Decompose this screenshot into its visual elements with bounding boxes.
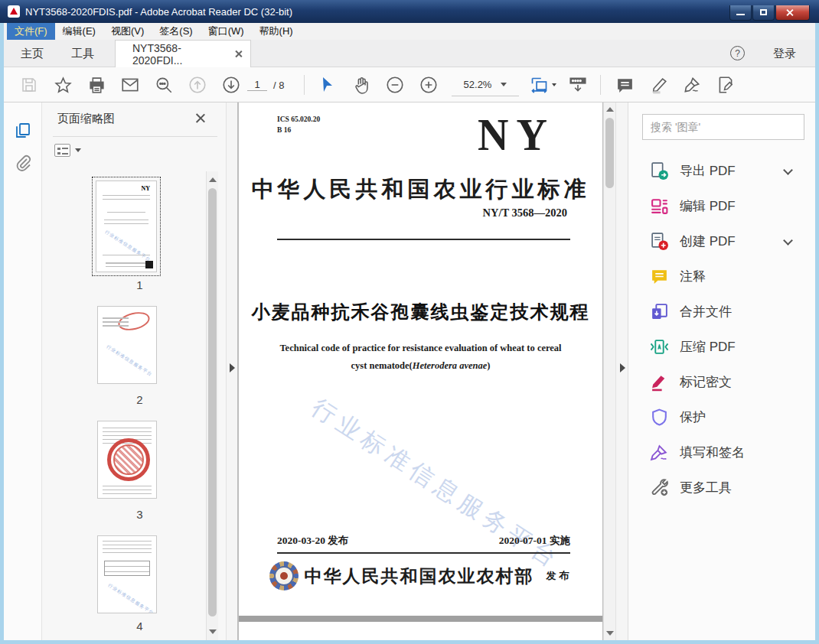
star-icon[interactable]	[49, 72, 77, 98]
title-bar: NYT3568-2020FDIS.pdf - Adobe Acrobat Rea…	[0, 0, 819, 23]
toolbar-separator	[304, 75, 305, 95]
page-gap	[239, 616, 602, 622]
pdf-page-2-edge	[239, 622, 602, 640]
window-border-right	[815, 23, 819, 644]
email-icon[interactable]	[116, 72, 144, 98]
chevron-down-icon[interactable]	[783, 236, 793, 246]
next-page-icon[interactable]	[217, 72, 245, 98]
tab-document[interactable]: NYT3568-2020FDI...	[115, 40, 251, 67]
tab-tools[interactable]: 工具	[71, 40, 94, 67]
tool-redact[interactable]: 标记密文	[628, 364, 816, 399]
pdf-page-1: ICS 65.020.20 B 16 NY 中华人民共和国农业行业标准 NY/T…	[239, 102, 602, 616]
hand-tool-icon[interactable]	[348, 72, 375, 98]
tools-search-input[interactable]	[642, 114, 804, 140]
tool-edit-pdf[interactable]: 编辑 PDF	[628, 188, 816, 223]
panel-title: 页面缩略图	[57, 112, 115, 126]
tool-create-pdf[interactable]: 创建 PDF	[628, 223, 816, 259]
help-icon[interactable]: ?	[730, 46, 745, 60]
panel-handle-strip	[226, 102, 237, 640]
tool-comment[interactable]: 注释	[628, 259, 816, 294]
document-title: 小麦品种抗禾谷孢囊线虫鉴定技术规程	[239, 300, 602, 324]
zoom-level-dropdown[interactable]: 52.2%	[452, 73, 519, 96]
tool-export-pdf[interactable]: 导出 PDF	[628, 153, 816, 188]
scrollbar-thumb[interactable]	[208, 188, 217, 616]
menu-sign[interactable]: 签名(S)	[152, 23, 200, 40]
create-pdf-icon	[650, 232, 669, 251]
print-icon[interactable]	[83, 72, 110, 98]
save-icon[interactable]	[15, 72, 43, 98]
tool-more-tools[interactable]: 更多工具	[628, 470, 816, 505]
fill-sign-pen-icon	[650, 443, 669, 462]
thumbnail-page-2[interactable]: 行业标准信息服务平台	[97, 306, 157, 384]
thumbnails-scrollbar[interactable]	[206, 171, 218, 640]
tool-combine-files[interactable]: 合并文件	[628, 294, 816, 329]
menu-view[interactable]: 视图(V)	[103, 23, 152, 40]
chevron-down-icon[interactable]	[783, 165, 793, 175]
tool-fill-sign[interactable]: 填写和签名	[628, 434, 816, 470]
rule-line	[277, 552, 570, 554]
standard-number: NY/T 3568—2020	[482, 207, 567, 220]
tab-close-icon[interactable]	[234, 50, 243, 58]
side-nav-strip	[4, 102, 42, 640]
chevron-down-icon	[75, 148, 81, 152]
acrobat-window: NYT3568-2020FDIS.pdf - Adobe Acrobat Rea…	[0, 0, 819, 644]
zoom-out-icon[interactable]	[381, 72, 409, 98]
maximize-button[interactable]	[752, 5, 775, 21]
tools-panel: 导出 PDF 编辑 PDF 创建 PDF 注释	[628, 102, 815, 640]
search-icon[interactable]	[150, 72, 178, 98]
menu-window[interactable]: 窗口(W)	[201, 23, 252, 40]
standard-title: 中华人民共和国农业行业标准	[239, 174, 602, 205]
publish-label: 发布	[547, 569, 573, 583]
menu-bar: 文件(F) 编辑(E) 视图(V) 签名(S) 窗口(W) 帮助(H)	[4, 23, 815, 40]
date-row: 2020-03-20 发布 2020-07-01 实施	[277, 534, 570, 548]
login-button[interactable]: 登录	[773, 40, 796, 67]
scroll-up-icon[interactable]	[209, 177, 217, 182]
menu-help[interactable]: 帮助(H)	[252, 23, 301, 40]
main-area: 页面缩略图 NY 行业标准信息服务平台 1	[4, 102, 815, 640]
page-number-input[interactable]	[247, 79, 267, 91]
document-scrollbar[interactable]	[603, 102, 615, 640]
comment-icon[interactable]	[611, 72, 638, 98]
tab-document-label: NYT3568-2020FDI...	[132, 42, 227, 67]
select-tool-icon[interactable]	[314, 72, 341, 98]
page-total-label: / 8	[273, 80, 284, 91]
window-title: NYT3568-2020FDIS.pdf - Adobe Acrobat Rea…	[25, 6, 292, 18]
attachments-icon[interactable]	[13, 153, 33, 173]
scroll-up-icon[interactable]	[606, 107, 614, 112]
page-navigator: / 8	[247, 72, 284, 98]
panel-close-icon[interactable]	[195, 112, 206, 123]
thumbnail-page-3[interactable]	[97, 421, 157, 499]
highlight-icon[interactable]	[645, 72, 673, 98]
menu-edit[interactable]: 编辑(E)	[55, 23, 103, 40]
fit-width-icon[interactable]	[524, 72, 561, 98]
ministry-emblem-icon	[269, 561, 299, 590]
minimize-button[interactable]	[729, 5, 752, 21]
close-button[interactable]	[775, 5, 810, 21]
collapse-left-panel-icon[interactable]	[230, 363, 235, 372]
thumbnail-page-4[interactable]: 行业标准信息服务平台	[97, 535, 157, 613]
scrollbar-thumb[interactable]	[605, 118, 614, 188]
chevron-down-icon	[552, 83, 556, 86]
scroll-down-icon[interactable]	[606, 631, 614, 636]
ministry-name: 中华人民共和国农业农村部	[305, 564, 534, 588]
sign-icon[interactable]	[678, 72, 706, 98]
window-border-left	[0, 23, 4, 644]
tab-home[interactable]: 主页	[21, 40, 44, 67]
scroll-down-icon[interactable]	[209, 629, 217, 634]
fill-sign-icon[interactable]	[712, 72, 739, 98]
expand-right-panel-icon[interactable]	[620, 363, 625, 372]
document-area: ICS 65.020.20 B 16 NY 中华人民共和国农业行业标准 NY/T…	[237, 102, 628, 640]
toolbar-mode-icon[interactable]	[564, 72, 592, 98]
window-border-bottom	[0, 640, 819, 644]
ics-code: ICS 65.020.20 B 16	[277, 115, 320, 136]
menu-file[interactable]: 文件(F)	[7, 23, 55, 40]
previous-page-icon[interactable]	[184, 72, 211, 98]
zoom-in-icon[interactable]	[415, 72, 442, 98]
tool-compress-pdf[interactable]: 压缩 PDF	[628, 329, 816, 364]
tool-protect[interactable]: 保护	[628, 399, 816, 434]
thumbnail-options-button[interactable]	[54, 144, 81, 157]
thumbnail-page-1[interactable]: NY 行业标准信息服务平台	[96, 181, 157, 272]
redact-icon	[650, 372, 669, 392]
export-pdf-icon	[650, 161, 669, 181]
page-thumbnails-icon[interactable]	[13, 121, 33, 141]
